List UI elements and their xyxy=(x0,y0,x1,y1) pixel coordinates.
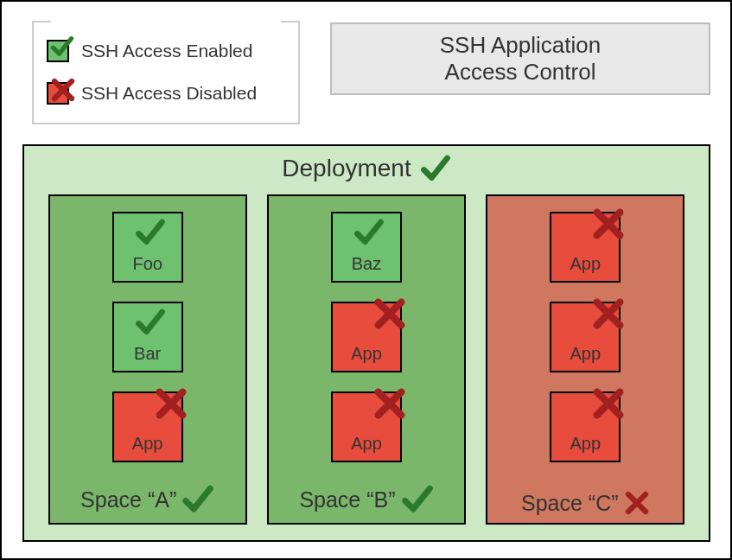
check-icon xyxy=(135,217,166,248)
spaces-row: Foo Bar App Space “A” Baz App App Space … xyxy=(24,194,709,525)
space-label: Space “C” xyxy=(487,490,683,516)
deployment-header: Deployment xyxy=(24,153,709,184)
check-icon xyxy=(135,307,166,338)
check-icon xyxy=(181,483,214,516)
space-name: Space “B” xyxy=(299,487,395,512)
check-icon xyxy=(50,35,74,59)
legend-disabled-box xyxy=(47,82,69,105)
app-box: App xyxy=(112,391,183,462)
cross-icon xyxy=(372,296,407,331)
app-label: App xyxy=(570,344,602,364)
app-label: App xyxy=(570,434,602,454)
space-name: Space “C” xyxy=(521,491,619,516)
cross-icon xyxy=(591,207,626,241)
app-label: App xyxy=(351,344,382,364)
space-label: Space “B” xyxy=(269,483,464,516)
app-box: Baz xyxy=(331,212,402,283)
legend-row-enabled: SSH Access Enabled xyxy=(47,40,285,62)
legend: SSH Access Enabled SSH Access Disabled xyxy=(32,21,300,124)
cross-icon xyxy=(154,386,188,421)
diagram-canvas: SSH Access Enabled SSH Access Disabled S… xyxy=(0,0,732,560)
title-line2: Access Control xyxy=(445,59,596,86)
app-label: Foo xyxy=(132,254,162,274)
check-icon xyxy=(353,217,385,248)
deployment-container: Deployment Foo Bar App Space “A” Baz App… xyxy=(22,144,710,542)
space-name: Space “A” xyxy=(80,487,176,512)
space-label: Space “A” xyxy=(50,483,245,516)
title-box: SSH Application Access Control xyxy=(330,22,710,95)
space: Baz App App Space “B” xyxy=(267,194,466,525)
check-icon xyxy=(401,483,434,516)
space: App App App Space “C” xyxy=(486,194,684,525)
app-label: App xyxy=(132,434,163,454)
legend-enabled-label: SSH Access Enabled xyxy=(81,41,252,61)
app-label: Bar xyxy=(134,344,161,364)
app-box: App xyxy=(331,391,402,462)
cross-icon xyxy=(624,490,650,516)
cross-icon xyxy=(372,386,407,421)
app-box: App xyxy=(550,391,621,462)
app-box: App xyxy=(331,302,402,372)
cross-icon xyxy=(591,386,626,421)
title-line1: SSH Application xyxy=(440,32,601,59)
app-label: App xyxy=(351,434,382,454)
app-box: App xyxy=(550,302,621,372)
cross-icon xyxy=(591,296,626,331)
check-icon xyxy=(420,153,451,184)
app-box: Foo xyxy=(112,212,183,283)
legend-enabled-box xyxy=(47,40,69,62)
cross-icon xyxy=(50,77,76,103)
legend-row-disabled: SSH Access Disabled xyxy=(47,82,285,105)
legend-disabled-label: SSH Access Disabled xyxy=(81,83,257,104)
space: Foo Bar App Space “A” xyxy=(48,194,247,525)
app-box: App xyxy=(550,212,621,283)
deployment-label: Deployment xyxy=(282,155,411,182)
app-label: App xyxy=(570,254,602,274)
app-label: Baz xyxy=(352,254,381,274)
app-box: Bar xyxy=(112,302,183,372)
